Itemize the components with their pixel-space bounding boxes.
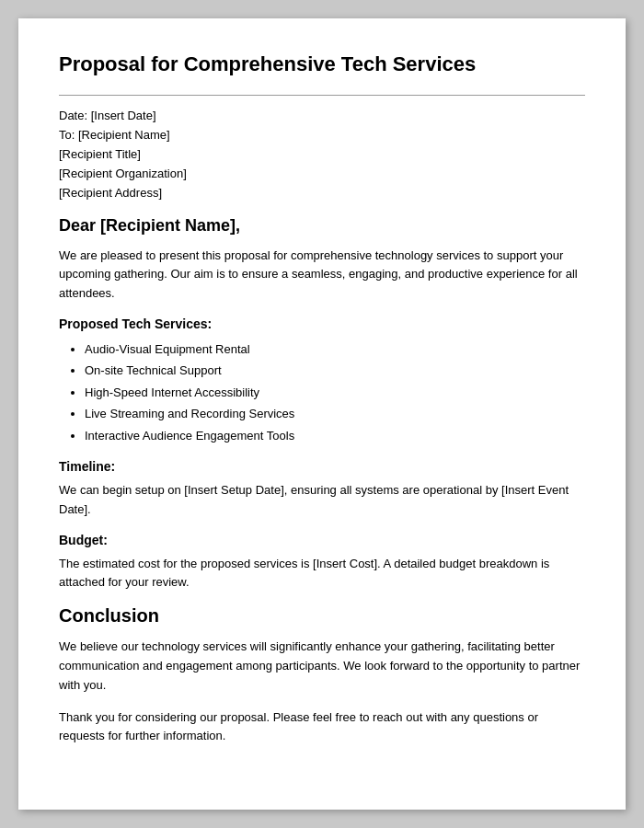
to-line: To: [Recipient Name] xyxy=(59,128,585,142)
list-item: On-site Technical Support xyxy=(85,360,585,381)
salutation: Dear [Recipient Name], xyxy=(59,216,585,236)
services-heading: Proposed Tech Services: xyxy=(59,316,585,331)
list-item: Audio-Visual Equipment Rental xyxy=(85,339,585,360)
recipient-org-line: [Recipient Organization] xyxy=(59,167,585,180)
timeline-heading: Timeline: xyxy=(59,459,585,474)
date-line: Date: [Insert Date] xyxy=(59,109,585,122)
conclusion-para2: Thank you for considering our proposal. … xyxy=(59,708,585,747)
conclusion-para1: We believe our technology services will … xyxy=(59,638,585,695)
intro-paragraph: We are pleased to present this proposal … xyxy=(59,247,585,304)
list-item: Live Streaming and Recording Services xyxy=(85,403,585,424)
services-list: Audio-Visual Equipment Rental On-site Te… xyxy=(85,339,585,446)
recipient-address-line: [Recipient Address] xyxy=(59,186,585,200)
conclusion-heading: Conclusion xyxy=(59,605,585,627)
list-item: High-Speed Internet Accessibility xyxy=(85,382,585,403)
budget-heading: Budget: xyxy=(59,533,585,547)
title-divider xyxy=(59,95,585,96)
timeline-text: We can begin setup on [Insert Setup Date… xyxy=(59,481,585,520)
document-title: Proposal for Comprehensive Tech Services xyxy=(59,52,585,78)
recipient-title-line: [Recipient Title] xyxy=(59,147,585,161)
list-item: Interactive Audience Engagement Tools xyxy=(85,425,585,446)
budget-text: The estimated cost for the proposed serv… xyxy=(59,555,585,593)
document-container: Proposal for Comprehensive Tech Services… xyxy=(18,18,626,810)
